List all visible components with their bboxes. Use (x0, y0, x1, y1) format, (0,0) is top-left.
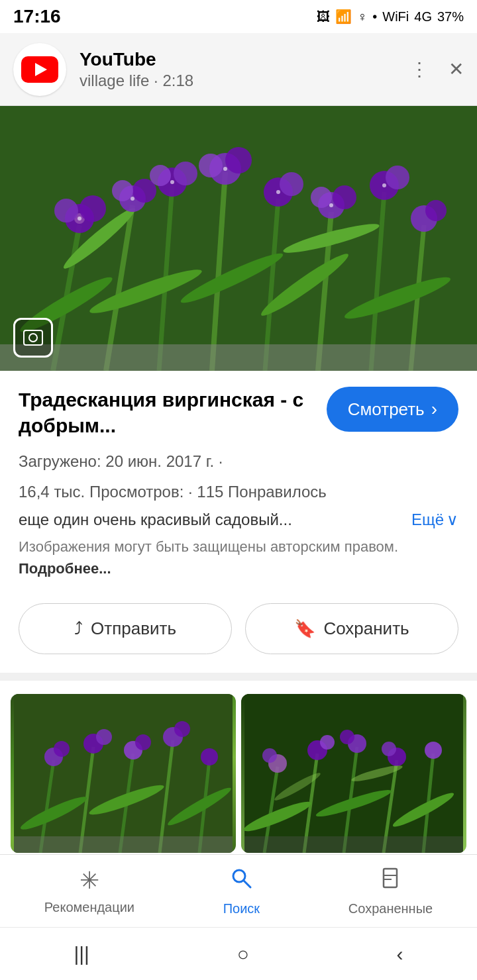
battery-icon: 37% (437, 9, 464, 24)
youtube-logo-inner (21, 56, 58, 83)
svg-point-43 (329, 203, 333, 207)
svg-rect-45 (0, 344, 477, 371)
bookmark-icon: 🔖 (294, 618, 315, 639)
svg-point-56 (54, 741, 70, 757)
related-images-grid (0, 694, 477, 853)
svg-point-40 (170, 180, 174, 184)
svg-point-44 (382, 183, 386, 187)
svg-point-33 (311, 187, 332, 208)
signal-icon: 📶 (335, 9, 352, 24)
svg-point-41 (223, 167, 227, 171)
status-icons: 🖼 📶 ♀ • WiFi 4G 37% (317, 9, 464, 24)
wifi-icon: WiFi (382, 9, 409, 24)
nav-item-saved[interactable]: Сохраненные (348, 866, 433, 916)
video-background (0, 106, 477, 371)
screenshot-status-icon: 🖼 (317, 9, 330, 24)
chevron-down-icon: ∨ (447, 511, 458, 529)
svg-point-60 (135, 734, 151, 750)
svg-point-38 (78, 217, 81, 220)
svg-point-25 (150, 165, 171, 186)
status-time: 17:16 (13, 6, 61, 27)
notification-actions[interactable]: ⋮ ✕ (410, 58, 464, 80)
description-row: еще один очень красивый садовый... Ещё ∨ (19, 511, 458, 529)
notification-subtitle: village life · 2:18 (80, 72, 403, 90)
nav-label-search: Поиск (223, 901, 260, 916)
home-button[interactable]: ○ (217, 936, 269, 972)
content-section: Традесканция виргинская - с добрым... См… (0, 371, 477, 590)
svg-rect-88 (384, 869, 397, 887)
svg-point-82 (425, 742, 442, 759)
person-icon: ♀ (357, 9, 367, 24)
svg-point-37 (425, 200, 447, 221)
save-button[interactable]: 🔖 Сохранить (245, 603, 458, 654)
screenshot-icon[interactable] (13, 318, 53, 358)
related-section (0, 681, 477, 853)
dot-icon: • (372, 9, 377, 24)
related-image-1[interactable] (11, 694, 236, 853)
svg-point-28 (199, 154, 223, 177)
related-img-bg-2 (241, 694, 466, 853)
more-options-button[interactable]: ⋮ (410, 58, 429, 80)
svg-point-18 (54, 199, 78, 222)
video-thumbnail[interactable] (0, 106, 477, 371)
upload-date: Загружено: 20 июн. 2017 г. · (19, 449, 458, 474)
action-buttons: ⤴ Отправить 🔖 Сохранить (0, 590, 477, 673)
svg-point-75 (262, 748, 277, 763)
svg-point-30 (280, 172, 303, 196)
copyright-link[interactable]: Подробнее... (19, 560, 111, 577)
content-top: Традесканция виргинская - с добрым... См… (19, 387, 458, 438)
svg-point-58 (96, 729, 112, 745)
svg-point-42 (276, 190, 280, 194)
status-bar: 17:16 🖼 📶 ♀ • WiFi 4G 37% (0, 0, 477, 33)
svg-point-27 (225, 147, 252, 173)
related-image-2[interactable] (241, 694, 466, 853)
bottom-navigation: ✳ Рекомендации Поиск Сохраненные (0, 854, 477, 927)
svg-rect-0 (0, 106, 477, 371)
nav-item-search[interactable]: Поиск (223, 866, 260, 916)
recents-button[interactable]: ||| (54, 936, 109, 972)
more-button[interactable]: Ещё ∨ (411, 511, 458, 529)
bookmark-nav-icon (378, 866, 402, 896)
notification-text: YouTube village life · 2:18 (80, 49, 403, 90)
search-icon (229, 866, 253, 896)
svg-point-79 (340, 730, 354, 744)
svg-point-35 (386, 166, 409, 189)
section-divider (0, 673, 477, 681)
nav-item-recommendations[interactable]: ✳ Рекомендации (44, 867, 134, 915)
network-icon: 4G (414, 9, 432, 24)
back-button[interactable]: ‹ (377, 936, 423, 972)
copyright-note: Изображения могут быть защищены авторски… (19, 536, 458, 579)
svg-point-62 (174, 721, 190, 737)
watch-button[interactable]: Смотреть › (327, 387, 458, 432)
svg-point-39 (131, 197, 134, 201)
nav-label-saved: Сохраненные (348, 901, 433, 916)
screenshot-icon-inner (23, 330, 43, 346)
views-likes: 16,4 тыс. Просмотров: · 115 Понравилось (19, 479, 458, 505)
svg-point-77 (320, 735, 335, 750)
nav-label-recommendations: Рекомендации (44, 900, 134, 915)
watch-button-label: Смотреть (348, 399, 425, 420)
system-navigation: ||| ○ ‹ (0, 927, 477, 980)
svg-point-81 (382, 742, 396, 756)
svg-point-32 (333, 185, 356, 209)
more-label: Ещё (411, 511, 444, 529)
share-button[interactable]: ⤴ Отправить (19, 603, 232, 654)
related-img-bg-1 (11, 694, 236, 853)
svg-point-22 (112, 180, 133, 201)
watch-btn-arrow: › (431, 399, 437, 420)
asterisk-icon: ✳ (80, 867, 99, 895)
share-label: Отправить (91, 618, 176, 639)
video-title: Традесканция виргинская - с добрым... (19, 387, 313, 438)
share-icon: ⤴ (74, 618, 83, 639)
close-notification-button[interactable]: ✕ (449, 58, 464, 80)
svg-point-19 (80, 195, 106, 222)
svg-point-24 (174, 162, 197, 185)
save-label: Сохранить (323, 618, 409, 639)
description-preview: еще один очень красивый садовый... (19, 511, 405, 529)
svg-line-87 (244, 881, 250, 887)
svg-rect-64 (14, 836, 233, 853)
youtube-logo (13, 43, 66, 96)
svg-rect-85 (244, 836, 463, 853)
video-scene-svg (0, 106, 477, 371)
app-name: YouTube (80, 49, 403, 70)
